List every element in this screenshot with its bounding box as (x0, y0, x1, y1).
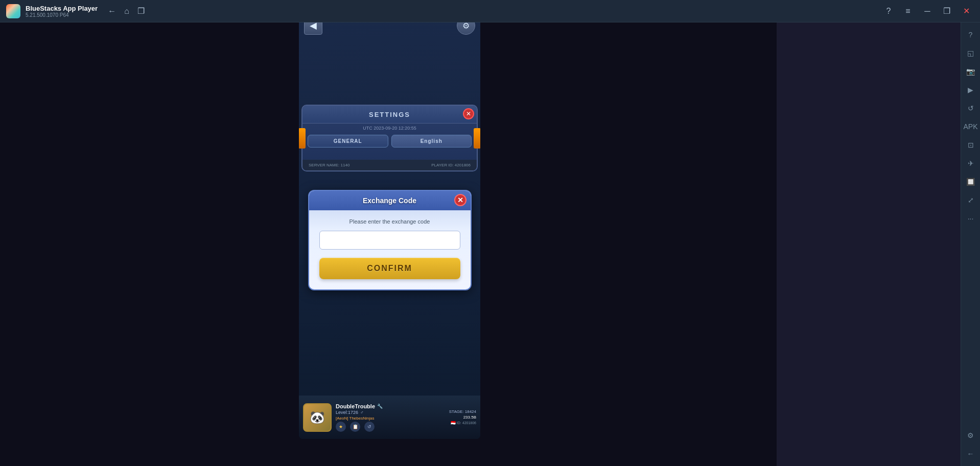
exchange-title: Exchange Code (363, 197, 416, 205)
sidebar-icon-screenshot[interactable]: ⊡ (963, 137, 979, 153)
player-btn-refresh[interactable]: ↺ (364, 422, 375, 432)
exchange-code-input[interactable] (319, 231, 460, 250)
settings-tab-general[interactable]: GENERAL (308, 135, 388, 148)
minimize-button[interactable]: ─ (920, 4, 935, 19)
help-button[interactable]: ? (881, 4, 896, 19)
sidebar-icon-apk[interactable]: APK (963, 118, 979, 135)
player-guild: [AeoN] ThebesNinjas (336, 416, 445, 421)
home-button[interactable]: ⌂ (124, 7, 129, 16)
exchange-title-bar: Exchange Code ✕ (309, 191, 471, 210)
sidebar-icon-more[interactable]: ··· (963, 210, 979, 227)
player-area: 🐼 DoubleTrouble 🔧 Level:1726 ♂ [AeoN] Th… (299, 396, 480, 439)
settings-datetime: UTC 2023-09-20 12:20:55 (302, 124, 477, 133)
exchange-instruction: Please enter the exchange code (319, 218, 460, 225)
player-btn-scroll[interactable]: 📋 (350, 422, 360, 432)
orange-deco-right (474, 128, 480, 149)
server-name: SERVER NAME: 1140 (309, 163, 349, 167)
player-gender: ♂ (360, 410, 364, 415)
exchange-close-button[interactable]: ✕ (454, 194, 466, 206)
settings-footer: SERVER NAME: 1140 PLAYER ID: 4201806 (302, 160, 477, 170)
exchange-dialog: Exchange Code ✕ Please enter the exchang… (308, 190, 472, 290)
app-version: 5.21.500.1070 P64 (26, 12, 98, 18)
player-avatar: 🐼 (303, 403, 332, 432)
player-power: 233.5B (463, 415, 476, 420)
player-level: Level:1726 (336, 410, 358, 415)
menu-button[interactable]: ≡ (900, 4, 916, 19)
player-id-text: ID: 4201806 (457, 421, 476, 425)
player-id: PLAYER ID: 4201806 (431, 163, 471, 167)
player-flag: 🇮🇩 (451, 421, 456, 425)
sidebar-icon-cam2[interactable]: 🔲 (963, 174, 979, 190)
player-btn-star[interactable]: ★ (336, 422, 346, 432)
orange-deco-left (299, 128, 306, 149)
exchange-body: Please enter the exchange code CONFIRM (309, 210, 471, 289)
sidebar-icon-resize[interactable]: ⤢ (963, 192, 979, 208)
settings-body: Exchange Code ✕ Please enter the exchang… (302, 152, 477, 160)
player-name: DoubleTrouble (336, 403, 375, 409)
sidebar-icon-video[interactable]: ▶ (963, 82, 979, 98)
app-logo (6, 4, 20, 18)
title-bar: BlueStacks App Player 5.21.500.1070 P64 … (0, 0, 980, 22)
sidebar-icon-help[interactable]: ? (963, 27, 979, 43)
right-sidebar: ? ◱ 📷 ▶ ↺ APK ⊡ ✈ 🔲 ⤢ ··· ⚙ ← (961, 22, 980, 466)
sidebar-icon-screen[interactable]: ◱ (963, 45, 979, 61)
player-name-icon: 🔧 (377, 404, 383, 409)
dialog-overlay: Exchange Code ✕ Please enter the exchang… (299, 185, 480, 190)
sidebar-icon-settings[interactable]: ⚙ (963, 427, 979, 444)
settings-panel: SETTINGS ✕ UTC 2023-09-20 12:20:55 GENER… (301, 105, 478, 171)
sidebar-icon-camera[interactable]: 📷 (963, 63, 979, 80)
app-name: BlueStacks App Player (26, 5, 98, 12)
restore-button[interactable]: ❐ (939, 4, 954, 19)
player-stage: STAGE: 18424 (449, 409, 476, 414)
sidebar-icon-rotate[interactable]: ↺ (963, 100, 979, 116)
copy-button[interactable]: ❐ (137, 6, 145, 16)
settings-close-button[interactable]: ✕ (463, 108, 474, 119)
player-stats: STAGE: 18424 233.5B 🇮🇩 ID: 4201806 (449, 409, 476, 425)
game-area: ◀ ⚙ SETTINGS ✕ UTC 2023-09-20 12:20:55 G… (299, 10, 480, 439)
player-info: DoubleTrouble 🔧 Level:1726 ♂ [AeoN] Theb… (336, 403, 445, 432)
settings-tabs: GENERAL English (302, 133, 477, 152)
back-button[interactable]: ← (108, 7, 116, 16)
sidebar-icon-collapse[interactable]: ← (963, 446, 979, 462)
settings-title: SETTINGS (369, 111, 410, 118)
close-button[interactable]: ✕ (959, 4, 974, 19)
settings-tab-language[interactable]: English (391, 135, 472, 148)
sidebar-icon-drone[interactable]: ✈ (963, 155, 979, 171)
nav-controls: ← ⌂ ❐ (108, 6, 145, 16)
confirm-button[interactable]: CONFIRM (319, 258, 460, 279)
settings-title-bar: SETTINGS ✕ (302, 106, 477, 124)
window-controls: ? ≡ ─ ❐ ✕ (881, 4, 974, 19)
